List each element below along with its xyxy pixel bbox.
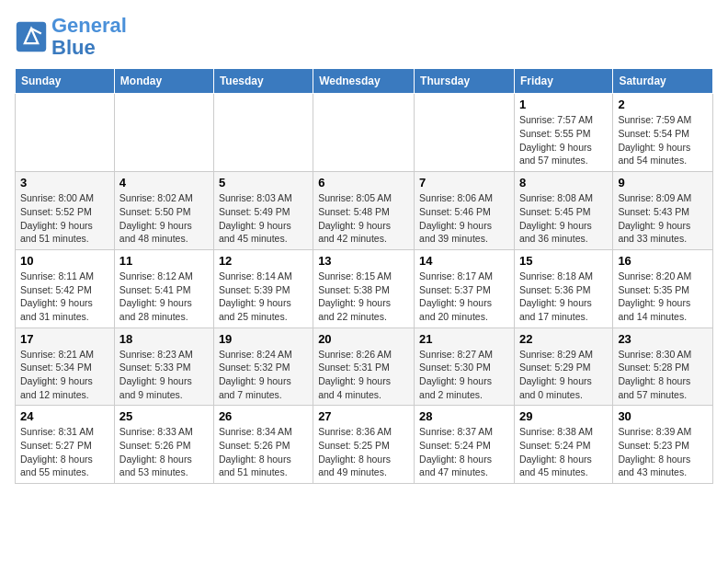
calendar-cell: 10Sunrise: 8:11 AM Sunset: 5:42 PM Dayli… <box>16 249 115 327</box>
day-number: 28 <box>419 409 509 423</box>
day-number: 19 <box>219 332 308 346</box>
calendar-cell <box>16 94 115 172</box>
day-info: Sunrise: 8:08 AM Sunset: 5:45 PM Dayligh… <box>519 191 608 246</box>
weekday-header-sunday: Sunday <box>16 69 115 94</box>
day-info: Sunrise: 8:21 AM Sunset: 5:34 PM Dayligh… <box>20 348 109 402</box>
day-info: Sunrise: 7:59 AM Sunset: 5:54 PM Dayligh… <box>618 113 708 167</box>
day-number: 4 <box>119 176 209 190</box>
day-info: Sunrise: 8:37 AM Sunset: 5:24 PM Dayligh… <box>419 425 509 479</box>
day-number: 8 <box>519 176 608 190</box>
calendar-cell <box>313 94 415 172</box>
day-number: 26 <box>219 409 308 423</box>
weekday-header-thursday: Thursday <box>415 69 515 94</box>
weekday-header-monday: Monday <box>114 69 213 94</box>
calendar-cell: 14Sunrise: 8:17 AM Sunset: 5:37 PM Dayli… <box>415 249 515 327</box>
calendar-cell: 16Sunrise: 8:20 AM Sunset: 5:35 PM Dayli… <box>613 249 713 327</box>
day-info: Sunrise: 8:17 AM Sunset: 5:37 PM Dayligh… <box>419 270 509 324</box>
day-number: 27 <box>318 409 409 423</box>
calendar-cell <box>114 94 213 172</box>
day-number: 1 <box>519 98 608 111</box>
day-info: Sunrise: 8:18 AM Sunset: 5:36 PM Dayligh… <box>519 270 608 324</box>
day-number: 22 <box>519 332 608 346</box>
calendar-cell <box>213 94 313 172</box>
logo: GeneralBlue <box>15 15 127 59</box>
day-info: Sunrise: 8:29 AM Sunset: 5:29 PM Dayligh… <box>519 348 608 402</box>
day-info: Sunrise: 8:30 AM Sunset: 5:28 PM Dayligh… <box>618 348 708 402</box>
logo-text: GeneralBlue <box>51 15 127 59</box>
weekday-header-wednesday: Wednesday <box>313 69 415 94</box>
calendar-cell <box>415 94 515 172</box>
day-number: 21 <box>419 332 509 346</box>
calendar-cell: 29Sunrise: 8:38 AM Sunset: 5:24 PM Dayli… <box>514 406 612 484</box>
day-number: 16 <box>618 254 708 268</box>
calendar-cell: 13Sunrise: 8:15 AM Sunset: 5:38 PM Dayli… <box>313 249 415 327</box>
day-info: Sunrise: 8:00 AM Sunset: 5:52 PM Dayligh… <box>20 191 109 246</box>
day-number: 29 <box>519 409 608 423</box>
day-info: Sunrise: 8:03 AM Sunset: 5:49 PM Dayligh… <box>219 191 308 246</box>
weekday-header-saturday: Saturday <box>613 69 713 94</box>
day-info: Sunrise: 8:26 AM Sunset: 5:31 PM Dayligh… <box>318 348 409 402</box>
calendar-cell: 6Sunrise: 8:05 AM Sunset: 5:48 PM Daylig… <box>313 172 415 250</box>
calendar-cell: 9Sunrise: 8:09 AM Sunset: 5:43 PM Daylig… <box>613 172 713 250</box>
day-info: Sunrise: 8:15 AM Sunset: 5:38 PM Dayligh… <box>318 270 409 324</box>
day-number: 20 <box>318 332 409 346</box>
calendar-cell: 4Sunrise: 8:02 AM Sunset: 5:50 PM Daylig… <box>114 172 213 250</box>
day-info: Sunrise: 8:34 AM Sunset: 5:26 PM Dayligh… <box>219 425 308 479</box>
day-info: Sunrise: 8:33 AM Sunset: 5:26 PM Dayligh… <box>119 425 209 479</box>
day-info: Sunrise: 8:06 AM Sunset: 5:46 PM Dayligh… <box>419 191 509 246</box>
day-number: 14 <box>419 254 509 268</box>
calendar-cell: 21Sunrise: 8:27 AM Sunset: 5:30 PM Dayli… <box>415 327 515 406</box>
day-info: Sunrise: 8:20 AM Sunset: 5:35 PM Dayligh… <box>618 270 708 324</box>
day-number: 13 <box>318 254 409 268</box>
weekday-header-tuesday: Tuesday <box>213 69 313 94</box>
day-info: Sunrise: 8:12 AM Sunset: 5:41 PM Dayligh… <box>119 270 209 324</box>
day-info: Sunrise: 8:27 AM Sunset: 5:30 PM Dayligh… <box>419 348 509 402</box>
day-info: Sunrise: 8:05 AM Sunset: 5:48 PM Dayligh… <box>318 191 409 246</box>
calendar-cell: 25Sunrise: 8:33 AM Sunset: 5:26 PM Dayli… <box>114 406 213 484</box>
day-info: Sunrise: 8:14 AM Sunset: 5:39 PM Dayligh… <box>219 270 308 324</box>
calendar-cell: 19Sunrise: 8:24 AM Sunset: 5:32 PM Dayli… <box>213 327 313 406</box>
calendar-cell: 12Sunrise: 8:14 AM Sunset: 5:39 PM Dayli… <box>213 249 313 327</box>
day-number: 25 <box>119 409 209 423</box>
calendar-table: SundayMondayTuesdayWednesdayThursdayFrid… <box>15 68 713 484</box>
calendar-cell: 24Sunrise: 8:31 AM Sunset: 5:27 PM Dayli… <box>16 406 115 484</box>
calendar-cell: 30Sunrise: 8:39 AM Sunset: 5:23 PM Dayli… <box>613 406 713 484</box>
day-number: 18 <box>119 332 209 346</box>
weekday-header-friday: Friday <box>514 69 612 94</box>
day-info: Sunrise: 7:57 AM Sunset: 5:55 PM Dayligh… <box>519 113 608 167</box>
day-number: 5 <box>219 176 308 190</box>
calendar-cell: 1Sunrise: 7:57 AM Sunset: 5:55 PM Daylig… <box>514 94 612 172</box>
day-number: 12 <box>219 254 308 268</box>
page-header: GeneralBlue <box>15 15 713 59</box>
day-number: 23 <box>618 332 708 346</box>
calendar-cell: 20Sunrise: 8:26 AM Sunset: 5:31 PM Dayli… <box>313 327 415 406</box>
day-number: 9 <box>618 176 708 190</box>
calendar-cell: 18Sunrise: 8:23 AM Sunset: 5:33 PM Dayli… <box>114 327 213 406</box>
day-number: 15 <box>519 254 608 268</box>
day-info: Sunrise: 8:31 AM Sunset: 5:27 PM Dayligh… <box>20 425 109 479</box>
day-info: Sunrise: 8:38 AM Sunset: 5:24 PM Dayligh… <box>519 425 608 479</box>
day-info: Sunrise: 8:02 AM Sunset: 5:50 PM Dayligh… <box>119 191 209 246</box>
calendar-cell: 28Sunrise: 8:37 AM Sunset: 5:24 PM Dayli… <box>415 406 515 484</box>
calendar-cell: 8Sunrise: 8:08 AM Sunset: 5:45 PM Daylig… <box>514 172 612 250</box>
calendar-cell: 5Sunrise: 8:03 AM Sunset: 5:49 PM Daylig… <box>213 172 313 250</box>
day-info: Sunrise: 8:36 AM Sunset: 5:25 PM Dayligh… <box>318 425 409 479</box>
day-number: 3 <box>20 176 109 190</box>
day-number: 2 <box>618 98 708 111</box>
day-number: 11 <box>119 254 209 268</box>
logo-icon <box>15 20 48 53</box>
calendar-cell: 3Sunrise: 8:00 AM Sunset: 5:52 PM Daylig… <box>16 172 115 250</box>
day-number: 30 <box>618 409 708 423</box>
calendar-cell: 11Sunrise: 8:12 AM Sunset: 5:41 PM Dayli… <box>114 249 213 327</box>
calendar-cell: 23Sunrise: 8:30 AM Sunset: 5:28 PM Dayli… <box>613 327 713 406</box>
calendar-cell: 15Sunrise: 8:18 AM Sunset: 5:36 PM Dayli… <box>514 249 612 327</box>
calendar-cell: 22Sunrise: 8:29 AM Sunset: 5:29 PM Dayli… <box>514 327 612 406</box>
day-info: Sunrise: 8:39 AM Sunset: 5:23 PM Dayligh… <box>618 425 708 479</box>
calendar-cell: 2Sunrise: 7:59 AM Sunset: 5:54 PM Daylig… <box>613 94 713 172</box>
day-number: 24 <box>20 409 109 423</box>
day-number: 6 <box>318 176 409 190</box>
day-info: Sunrise: 8:23 AM Sunset: 5:33 PM Dayligh… <box>119 348 209 402</box>
day-info: Sunrise: 8:24 AM Sunset: 5:32 PM Dayligh… <box>219 348 308 402</box>
calendar-cell: 7Sunrise: 8:06 AM Sunset: 5:46 PM Daylig… <box>415 172 515 250</box>
calendar-cell: 17Sunrise: 8:21 AM Sunset: 5:34 PM Dayli… <box>16 327 115 406</box>
